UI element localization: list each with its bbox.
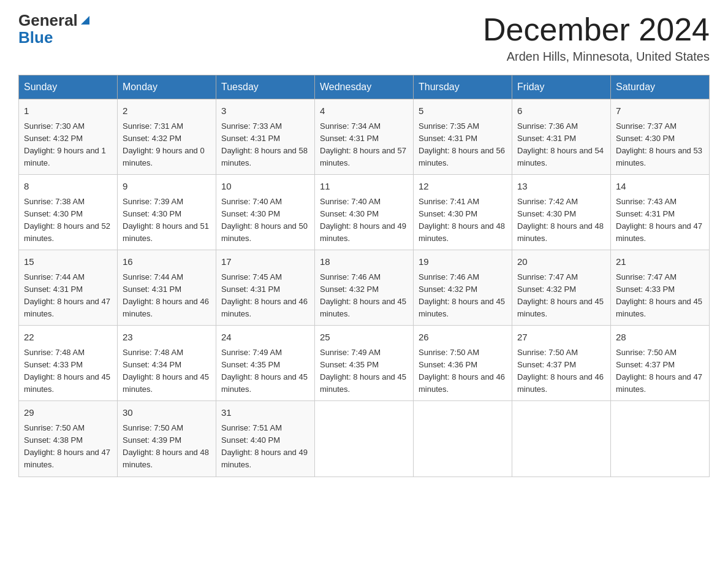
calendar-week-row: 1Sunrise: 7:30 AMSunset: 4:32 PMDaylight… — [19, 99, 710, 175]
day-of-week-header: Saturday — [611, 75, 710, 99]
day-info: Sunrise: 7:43 AMSunset: 4:31 PMDaylight:… — [616, 196, 704, 245]
calendar-day-cell: 30Sunrise: 7:50 AMSunset: 4:39 PMDayligh… — [118, 401, 216, 477]
day-number: 26 — [419, 331, 507, 345]
day-info: Sunrise: 7:42 AMSunset: 4:30 PMDaylight:… — [517, 196, 605, 245]
day-of-week-header: Sunday — [19, 75, 118, 99]
day-of-week-header: Wednesday — [315, 75, 414, 99]
day-info: Sunrise: 7:47 AMSunset: 4:33 PMDaylight:… — [616, 271, 704, 321]
day-info: Sunrise: 7:46 AMSunset: 4:32 PMDaylight:… — [320, 271, 408, 321]
day-number: 12 — [419, 180, 507, 194]
day-number: 24 — [221, 331, 309, 345]
day-info: Sunrise: 7:48 AMSunset: 4:33 PMDaylight:… — [24, 347, 112, 396]
day-info: Sunrise: 7:45 AMSunset: 4:31 PMDaylight:… — [221, 271, 309, 321]
day-number: 11 — [320, 180, 408, 194]
calendar-day-cell: 5Sunrise: 7:35 AMSunset: 4:31 PMDaylight… — [414, 99, 512, 175]
day-info: Sunrise: 7:47 AMSunset: 4:32 PMDaylight:… — [517, 271, 605, 321]
calendar-day-cell: 28Sunrise: 7:50 AMSunset: 4:37 PMDayligh… — [611, 326, 710, 401]
calendar-day-cell: 15Sunrise: 7:44 AMSunset: 4:31 PMDayligh… — [19, 250, 118, 326]
day-info: Sunrise: 7:38 AMSunset: 4:30 PMDaylight:… — [24, 196, 112, 245]
day-number: 3 — [221, 104, 309, 118]
calendar-day-cell: 26Sunrise: 7:50 AMSunset: 4:36 PMDayligh… — [414, 326, 512, 401]
day-number: 16 — [123, 255, 211, 269]
calendar-day-cell: 17Sunrise: 7:45 AMSunset: 4:31 PMDayligh… — [216, 250, 315, 326]
day-info: Sunrise: 7:49 AMSunset: 4:35 PMDaylight:… — [320, 347, 408, 396]
day-of-week-header: Thursday — [414, 75, 512, 99]
calendar-day-cell: 8Sunrise: 7:38 AMSunset: 4:30 PMDaylight… — [19, 175, 118, 250]
day-number: 10 — [221, 180, 309, 194]
day-number: 8 — [24, 180, 112, 194]
calendar-day-cell: 4Sunrise: 7:34 AMSunset: 4:31 PMDaylight… — [315, 99, 414, 175]
day-info: Sunrise: 7:50 AMSunset: 4:39 PMDaylight:… — [123, 422, 211, 472]
calendar-day-cell: 18Sunrise: 7:46 AMSunset: 4:32 PMDayligh… — [315, 250, 414, 326]
days-of-week-row: SundayMondayTuesdayWednesdayThursdayFrid… — [19, 75, 710, 99]
day-of-week-header: Friday — [512, 75, 611, 99]
day-number: 23 — [123, 331, 211, 345]
calendar-day-cell: 13Sunrise: 7:42 AMSunset: 4:30 PMDayligh… — [512, 175, 611, 250]
logo-general-text: General — [18, 12, 78, 28]
day-number: 25 — [320, 331, 408, 345]
calendar-day-cell — [315, 401, 414, 477]
calendar-week-row: 29Sunrise: 7:50 AMSunset: 4:38 PMDayligh… — [19, 401, 710, 477]
calendar-day-cell: 12Sunrise: 7:41 AMSunset: 4:30 PMDayligh… — [414, 175, 512, 250]
calendar-day-cell: 29Sunrise: 7:50 AMSunset: 4:38 PMDayligh… — [19, 401, 118, 477]
calendar-day-cell: 19Sunrise: 7:46 AMSunset: 4:32 PMDayligh… — [414, 250, 512, 326]
calendar-week-row: 15Sunrise: 7:44 AMSunset: 4:31 PMDayligh… — [19, 250, 710, 326]
day-number: 1 — [24, 104, 112, 118]
day-number: 4 — [320, 104, 408, 118]
calendar-day-cell: 27Sunrise: 7:50 AMSunset: 4:37 PMDayligh… — [512, 326, 611, 401]
logo-blue-text: Blue — [18, 28, 53, 47]
day-number: 14 — [616, 180, 704, 194]
day-number: 22 — [24, 331, 112, 345]
calendar-day-cell: 16Sunrise: 7:44 AMSunset: 4:31 PMDayligh… — [118, 250, 216, 326]
calendar-day-cell: 20Sunrise: 7:47 AMSunset: 4:32 PMDayligh… — [512, 250, 611, 326]
calendar-day-cell: 21Sunrise: 7:47 AMSunset: 4:33 PMDayligh… — [611, 250, 710, 326]
day-info: Sunrise: 7:33 AMSunset: 4:31 PMDaylight:… — [221, 120, 309, 170]
day-info: Sunrise: 7:49 AMSunset: 4:35 PMDaylight:… — [221, 347, 309, 396]
day-of-week-header: Monday — [118, 75, 216, 99]
calendar-day-cell: 22Sunrise: 7:48 AMSunset: 4:33 PMDayligh… — [19, 326, 118, 401]
day-info: Sunrise: 7:50 AMSunset: 4:37 PMDaylight:… — [517, 347, 605, 396]
calendar-day-cell — [512, 401, 611, 477]
day-info: Sunrise: 7:37 AMSunset: 4:30 PMDaylight:… — [616, 120, 704, 170]
day-number: 31 — [221, 406, 309, 420]
day-number: 20 — [517, 255, 605, 269]
page-header: General Blue December 2024 Arden Hills, … — [18, 12, 710, 64]
day-info: Sunrise: 7:41 AMSunset: 4:30 PMDaylight:… — [419, 196, 507, 245]
svg-marker-0 — [81, 16, 89, 25]
calendar-day-cell: 9Sunrise: 7:39 AMSunset: 4:30 PMDaylight… — [118, 175, 216, 250]
calendar-day-cell — [611, 401, 710, 477]
day-info: Sunrise: 7:44 AMSunset: 4:31 PMDaylight:… — [123, 271, 211, 321]
day-info: Sunrise: 7:50 AMSunset: 4:38 PMDaylight:… — [24, 422, 112, 472]
calendar-day-cell: 25Sunrise: 7:49 AMSunset: 4:35 PMDayligh… — [315, 326, 414, 401]
location-text: Arden Hills, Minnesota, United States — [483, 50, 710, 64]
calendar-day-cell: 14Sunrise: 7:43 AMSunset: 4:31 PMDayligh… — [611, 175, 710, 250]
calendar-day-cell: 11Sunrise: 7:40 AMSunset: 4:30 PMDayligh… — [315, 175, 414, 250]
day-info: Sunrise: 7:39 AMSunset: 4:30 PMDaylight:… — [123, 196, 211, 245]
logo: General Blue — [18, 12, 93, 47]
calendar-body: 1Sunrise: 7:30 AMSunset: 4:32 PMDaylight… — [19, 99, 710, 477]
calendar-header: SundayMondayTuesdayWednesdayThursdayFrid… — [19, 75, 710, 99]
calendar-day-cell — [414, 401, 512, 477]
day-of-week-header: Tuesday — [216, 75, 315, 99]
day-info: Sunrise: 7:50 AMSunset: 4:37 PMDaylight:… — [616, 347, 704, 396]
day-number: 15 — [24, 255, 112, 269]
calendar-day-cell: 6Sunrise: 7:36 AMSunset: 4:31 PMDaylight… — [512, 99, 611, 175]
day-number: 29 — [24, 406, 112, 420]
day-number: 28 — [616, 331, 704, 345]
calendar-day-cell: 7Sunrise: 7:37 AMSunset: 4:30 PMDaylight… — [611, 99, 710, 175]
calendar-week-row: 22Sunrise: 7:48 AMSunset: 4:33 PMDayligh… — [19, 326, 710, 401]
day-number: 18 — [320, 255, 408, 269]
day-number: 13 — [517, 180, 605, 194]
calendar-day-cell: 1Sunrise: 7:30 AMSunset: 4:32 PMDaylight… — [19, 99, 118, 175]
calendar-day-cell: 23Sunrise: 7:48 AMSunset: 4:34 PMDayligh… — [118, 326, 216, 401]
day-number: 2 — [123, 104, 211, 118]
day-info: Sunrise: 7:31 AMSunset: 4:32 PMDaylight:… — [123, 120, 211, 170]
day-number: 27 — [517, 331, 605, 345]
month-title: December 2024 — [483, 12, 710, 47]
logo-triangle-icon — [78, 13, 92, 27]
day-number: 5 — [419, 104, 507, 118]
day-number: 19 — [419, 255, 507, 269]
day-info: Sunrise: 7:30 AMSunset: 4:32 PMDaylight:… — [24, 120, 112, 170]
day-number: 30 — [123, 406, 211, 420]
calendar-day-cell: 24Sunrise: 7:49 AMSunset: 4:35 PMDayligh… — [216, 326, 315, 401]
